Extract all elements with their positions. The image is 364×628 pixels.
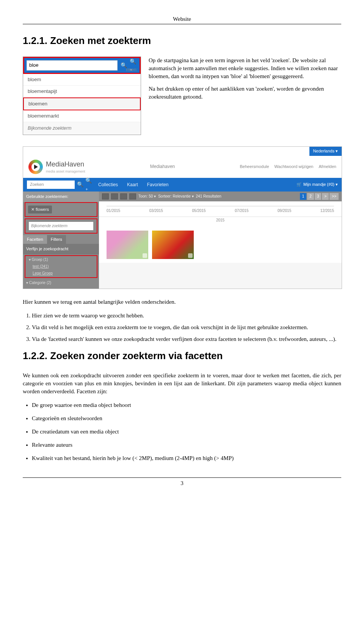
refine-label: Verfijn je zoekopdracht bbox=[23, 244, 99, 254]
nav-tab-kaart[interactable]: Kaart bbox=[123, 180, 142, 190]
brand-subtitle: media asset management bbox=[46, 169, 85, 174]
suggestion-item[interactable]: bloementapijt bbox=[23, 86, 141, 97]
nav-cart[interactable]: 🛒 Mijn mandje (#0) ▾ bbox=[297, 182, 338, 187]
pager-next[interactable]: > bbox=[322, 193, 329, 200]
used-term-tag[interactable]: ✕ flowers bbox=[28, 206, 52, 214]
timeline-year: 2015 bbox=[99, 217, 342, 227]
cart-icon: 🛒 bbox=[297, 182, 302, 187]
logo-circle-icon bbox=[28, 160, 43, 174]
results-toolbar: Toon: 50 ▾ Sorteer: Relevantie ▾ 241 Res… bbox=[99, 192, 342, 201]
facet-group-item[interactable]: Lege Groep bbox=[26, 270, 96, 277]
facet-group-item[interactable]: test (241) bbox=[26, 263, 96, 270]
numbered-item-2: Via dit veld is het mogelijk een extra z… bbox=[32, 323, 341, 331]
section-1-title: 1.2.1. Zoeken met zoekterm bbox=[23, 34, 341, 47]
main-nav: Zoeken 🔍 🔍₊ Collecties Kaart Favorieten … bbox=[23, 178, 342, 192]
brand-logo[interactable]: MediaHaven media asset management bbox=[28, 160, 85, 174]
header-link-afmelden[interactable]: Afmelden bbox=[319, 164, 336, 170]
section-2-title: 1.2.2. Zoeken zonder zoekterm via facett… bbox=[23, 349, 341, 363]
sidebar-tab-filters[interactable]: Filters bbox=[47, 235, 66, 244]
nav-search-input[interactable]: Zoeken bbox=[27, 181, 75, 188]
suggestion-item[interactable]: bloem bbox=[23, 74, 141, 86]
pager-page[interactable]: 2 bbox=[307, 193, 314, 200]
search-plus-icon[interactable]: 🔍₊ bbox=[85, 181, 93, 188]
pager-last[interactable]: >> bbox=[329, 193, 339, 200]
result-thumbnail[interactable] bbox=[107, 231, 148, 259]
nav-tab-collecties[interactable]: Collecties bbox=[94, 180, 122, 190]
section1-para1: Op de startpagina kan je een term ingeve… bbox=[149, 57, 341, 80]
list-view-icon[interactable] bbox=[111, 193, 118, 199]
page-number: 3 bbox=[180, 480, 184, 486]
timeline-tick: 01/2015 bbox=[107, 208, 120, 214]
search-bar-highlighted: bloe 🔍 🔍₊ bbox=[23, 57, 141, 74]
pager-page[interactable]: 1 bbox=[300, 193, 307, 200]
results-count: 241 Resultaten bbox=[196, 194, 221, 199]
pager-page[interactable]: 3 bbox=[315, 193, 322, 200]
grid-view-icon[interactable] bbox=[102, 193, 109, 199]
timeline: 01/2015 03/2015 05/2015 07/2015 09/2015 … bbox=[99, 201, 342, 217]
bullet-item: Categorieën en sleutelwoorden bbox=[32, 414, 341, 422]
suggestion-item-selected[interactable]: bloemen bbox=[23, 97, 141, 110]
bullet-item: Relevante auteurs bbox=[32, 441, 341, 449]
thumb-type-icon bbox=[143, 253, 147, 258]
sidebar-extra-term-input[interactable]: Bijkomende zoekterm bbox=[29, 222, 93, 230]
bullet-item: Kwaliteit van het bestand, hierin heb je… bbox=[32, 454, 341, 462]
numbered-item-1: Hier zien we de term waarop we gezocht h… bbox=[32, 312, 341, 320]
thumb-type-icon bbox=[188, 253, 193, 258]
timeline-tick: 07/2015 bbox=[235, 208, 248, 214]
used-terms-label: Gebruikte zoektermen: bbox=[23, 192, 99, 202]
search-input[interactable]: bloe bbox=[27, 60, 118, 70]
results-sidebar: Gebruikte zoektermen: ✕ flowers Bijkomen… bbox=[23, 192, 99, 289]
view-icon[interactable] bbox=[129, 193, 136, 199]
timeline-tick: 09/2015 bbox=[278, 208, 291, 214]
pager: 1 2 3 > >> bbox=[300, 193, 339, 200]
mid-paragraph: Hier kunnen we terug een aantal belangri… bbox=[23, 298, 341, 306]
bullet-item: De groep waartoe een media object behoor… bbox=[32, 401, 341, 409]
bullet-item: De creatiedatum van een media object bbox=[32, 428, 341, 436]
brand-name: MediaHaven bbox=[46, 160, 85, 169]
timeline-tick: 12/2015 bbox=[320, 208, 334, 214]
search-icon[interactable]: 🔍 bbox=[76, 181, 84, 188]
result-thumbnail[interactable] bbox=[152, 231, 194, 259]
facet-category[interactable]: ▾ Categorie (2) bbox=[23, 279, 99, 289]
screenshot-results-page: Nederlands ▾ MediaHaven media asset mana… bbox=[23, 146, 342, 289]
facet-group[interactable]: ▾ Groep (1) bbox=[26, 256, 96, 263]
toolbar-sorteer[interactable]: Sorteer: Relevantie ▾ bbox=[158, 194, 193, 199]
toolbar-toon[interactable]: Toon: 50 ▾ bbox=[138, 194, 156, 199]
view-icon[interactable] bbox=[120, 193, 127, 199]
rmen-label-fragment: rmen: bbox=[126, 67, 138, 73]
timeline-tick: 05/2015 bbox=[192, 208, 206, 214]
play-icon bbox=[34, 165, 38, 169]
suggestion-item[interactable]: bloemenmarkt bbox=[23, 110, 141, 122]
numbered-item-3: Via de 'facetted search' kunnen we onze … bbox=[32, 335, 341, 343]
timeline-tick: 03/2015 bbox=[149, 208, 163, 214]
section2-para1: We kunnen ook een zoekopdracht uitvoeren… bbox=[23, 372, 341, 396]
page-header-label: Website bbox=[23, 15, 341, 24]
sidebar-tab-facetten[interactable]: Facetten bbox=[23, 235, 47, 244]
screenshot-search-dropdown: bloe 🔍 🔍₊ rmen: bloem bloementapijt bloe… bbox=[23, 57, 141, 135]
section1-para2: Na het drukken op enter of het aanklikke… bbox=[149, 85, 341, 101]
nav-tab-favorieten[interactable]: Favorieten bbox=[143, 180, 173, 190]
header-center-label: Mediahaven bbox=[150, 163, 175, 170]
header-link-wachtwoord[interactable]: Wachtwoord wijzigen bbox=[275, 164, 314, 170]
extra-term-field[interactable]: Bijkomende zoekterm bbox=[23, 122, 141, 135]
language-dropdown[interactable]: Nederlands ▾ bbox=[309, 147, 342, 155]
cart-label: Mijn mandje (#0) ▾ bbox=[303, 182, 338, 187]
header-link-beheersmodule[interactable]: Beheersmodule bbox=[240, 164, 269, 170]
